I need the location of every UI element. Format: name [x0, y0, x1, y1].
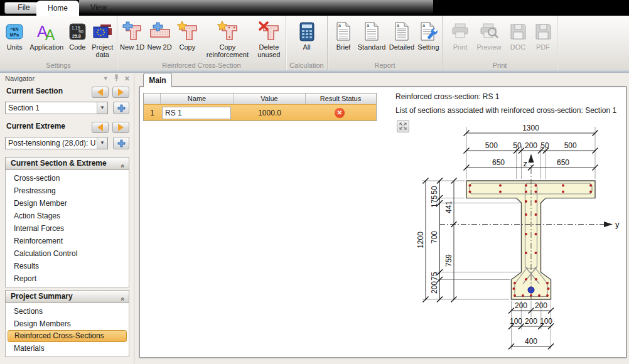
panel-header-project-summary[interactable]: Project Summary «	[5, 290, 129, 303]
pdf-export-icon	[534, 19, 552, 43]
dim-label: 75	[430, 272, 439, 281]
svg-text:a: a	[338, 23, 341, 28]
dim-label: 200	[535, 301, 547, 310]
calculator-icon	[298, 19, 316, 43]
code-icon: 1,1590 25.8	[68, 19, 87, 43]
button-label: Detailed	[389, 43, 414, 51]
tab-main[interactable]: Main	[143, 73, 172, 87]
dim-label: 200	[525, 317, 537, 326]
svg-text:A: A	[45, 27, 55, 41]
dropdown-icon[interactable]: ▼	[103, 75, 109, 82]
z-axis-label: z	[524, 159, 528, 168]
add-extreme-button[interactable]	[113, 137, 129, 149]
copy-button[interactable]: Copy	[173, 18, 202, 51]
report-standard-button[interactable]: a Standard	[356, 18, 387, 51]
new-2d-icon	[148, 19, 171, 43]
new-2d-button[interactable]: New 2D	[146, 18, 173, 51]
y-axis-label: y	[615, 220, 620, 229]
report-detailed-button[interactable]: a Detailed	[387, 18, 416, 51]
ribbon-group-calculation: All Calculation	[286, 16, 328, 70]
nav-item-design-member[interactable]: Design Member	[6, 197, 129, 210]
tab-view[interactable]: View	[80, 0, 117, 16]
chevron-up-icon[interactable]: «	[116, 297, 128, 301]
table-row[interactable]: 1 RS 1 1000.0 ✕	[144, 104, 376, 120]
group-label: Calculation	[286, 62, 327, 69]
code-button[interactable]: 1,1590 25.8 Code	[65, 18, 90, 51]
panel-title: Project Summary	[11, 292, 73, 301]
units-button[interactable]: ᵐkN MPa Units	[1, 18, 28, 51]
calculate-all-button[interactable]: All	[288, 18, 326, 51]
chevron-down-icon[interactable]: ▼	[97, 137, 107, 149]
application-button[interactable]: A A Application	[28, 18, 65, 51]
col-header-result-status[interactable]: Result Status	[306, 94, 375, 104]
dim-label: 200	[515, 301, 527, 310]
col-header-name[interactable]: Name	[161, 94, 234, 104]
plus-icon	[117, 104, 126, 112]
zoom-to-fit-button[interactable]	[397, 120, 409, 132]
button-label: Copy	[180, 43, 196, 51]
report-brief-button[interactable]: a Brief	[331, 18, 356, 51]
copy-reinforcement-button[interactable]: Copy reinforcement	[202, 18, 254, 58]
group-label: Settings	[0, 62, 117, 69]
nav-item-reinforcement[interactable]: Reinforcement	[6, 235, 129, 247]
nav-item-reinforced-cross-sections[interactable]: Reinforced Cross-Sections	[8, 330, 127, 342]
title-bar: File Home View	[0, 0, 629, 16]
ribbon-group-print: Print Preview DOC	[443, 16, 557, 70]
nav-item-sections[interactable]: Sections	[6, 305, 129, 318]
nav-item-internal-forces[interactable]: Internal Forces	[6, 222, 129, 235]
nav-item-report[interactable]: Report	[6, 272, 129, 285]
prev-section-button[interactable]	[92, 87, 109, 98]
col-header-value[interactable]: Value	[234, 94, 306, 104]
current-extreme-select[interactable]: Post-tensioning (28,0d): ULS ▼	[5, 137, 108, 149]
report-setting-button[interactable]: a Setting	[416, 18, 441, 51]
tab-home[interactable]: Home	[36, 1, 79, 16]
copy-reinforcement-icon	[216, 19, 239, 43]
button-label: Print	[453, 43, 468, 51]
nav-item-design-members[interactable]: Design Members	[6, 318, 129, 330]
dim-label: 175	[430, 195, 439, 208]
delete-unused-icon	[257, 19, 280, 43]
report-setting-icon: a	[419, 19, 438, 43]
button-label: Application	[30, 43, 63, 51]
svg-text:a: a	[367, 23, 369, 28]
new-1d-icon	[121, 19, 144, 43]
nav-item-calculation-control[interactable]: Calculation Control	[6, 247, 129, 260]
dim-label: 50	[513, 141, 522, 150]
add-section-button[interactable]	[113, 102, 129, 114]
nav-item-cross-section[interactable]: Cross-section	[6, 172, 129, 185]
button-label: New 1D	[120, 43, 144, 51]
prev-arrow-icon	[97, 88, 103, 96]
nav-item-materials[interactable]: Materials	[6, 342, 129, 355]
project-data-button[interactable]: Project data	[90, 18, 116, 58]
panel-header-current-section-extreme[interactable]: Current Section & Extreme «	[5, 157, 129, 170]
svg-text:a: a	[422, 23, 425, 28]
dim-width-bottom: 400	[525, 337, 537, 346]
chevron-up-icon[interactable]: «	[116, 164, 128, 168]
associated-sections-info: List of sections associated with reinfor…	[395, 106, 616, 115]
button-label: Units	[7, 43, 23, 51]
close-icon[interactable]: ✕	[124, 75, 130, 83]
dim-label: 700	[430, 231, 439, 244]
button-label: Delete unused	[254, 43, 284, 58]
dim-label: 650	[557, 158, 569, 167]
current-section-select[interactable]: Section 1 ▼	[5, 102, 108, 114]
delete-unused-button[interactable]: Delete unused	[254, 18, 284, 58]
svg-text:a: a	[397, 23, 399, 28]
svg-text:ᵐkN: ᵐkN	[11, 27, 19, 31]
svg-text:90: 90	[78, 29, 83, 34]
nav-item-results[interactable]: Results	[6, 260, 129, 272]
next-extreme-button[interactable]	[112, 122, 129, 133]
dim-label: 500	[485, 141, 498, 150]
prev-extreme-button[interactable]	[92, 122, 109, 133]
button-label: Brief	[336, 43, 351, 51]
pin-icon[interactable]	[114, 74, 119, 83]
doc-export-button: DOC	[505, 18, 530, 51]
nav-item-prestressing[interactable]: Prestressing	[6, 185, 129, 197]
name-edit-field[interactable]: RS 1	[162, 107, 231, 119]
nav-item-action-stages[interactable]: Action Stages	[6, 210, 129, 222]
button-label: Setting	[417, 43, 439, 51]
next-section-button[interactable]	[112, 87, 129, 98]
svg-text:MPa: MPa	[10, 33, 19, 37]
new-1d-button[interactable]: New 1D	[119, 18, 146, 51]
chevron-down-icon[interactable]: ▼	[97, 102, 107, 114]
